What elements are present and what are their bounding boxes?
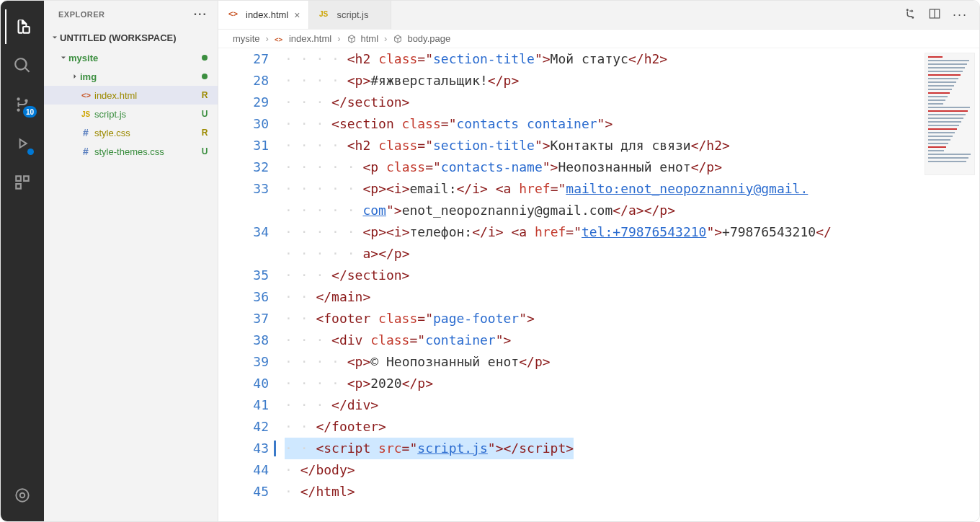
tab-actions: ··· xyxy=(892,1,979,29)
svg-point-0 xyxy=(16,489,28,501)
tab-bar: <>index.html×JSscript.js ··· xyxy=(218,1,979,30)
gutter: 27282930313233 34 3536373839404142434445 xyxy=(218,48,285,521)
code-line[interactable]: · · <script src="script.js"></script> xyxy=(285,438,922,459)
git-status: R xyxy=(199,90,210,100)
breadcrumb-segment[interactable]: <>index.html xyxy=(275,33,331,44)
code-line[interactable]: · · · · <h2 class="section-title">Мой ст… xyxy=(285,48,922,70)
code-line[interactable]: · · · · <p>2020</p> xyxy=(285,373,922,394)
code-line[interactable]: · · </footer> xyxy=(285,416,922,438)
tree-file[interactable]: #style.cssR xyxy=(44,123,218,142)
file-icon: # xyxy=(80,127,94,138)
svg-text:<>: <> xyxy=(228,9,238,18)
svg-text:<>: <> xyxy=(275,35,283,43)
chevron-right-icon: › xyxy=(384,33,387,44)
tree-folder[interactable]: mysite xyxy=(44,48,218,67)
search-icon xyxy=(13,56,32,75)
breadcrumb-segment[interactable]: mysite xyxy=(233,33,260,44)
file-icon: <> xyxy=(228,8,240,22)
files-icon xyxy=(13,17,32,36)
activity-bar: 10 xyxy=(1,1,44,521)
code-line[interactable]: · · · · <h2 class="section-title">Контак… xyxy=(285,135,922,156)
git-status: U xyxy=(199,146,210,156)
code-line[interactable]: · · · · <p>© Неопознанный енот</p> xyxy=(285,351,922,373)
extensions-icon xyxy=(13,173,32,192)
chevron-down-icon xyxy=(58,53,68,62)
code-line[interactable]: · · · · · <p><i>телефон:</i> <a href="te… xyxy=(285,221,922,243)
activity-search[interactable] xyxy=(5,48,40,83)
debug-dot-icon xyxy=(27,149,34,155)
sidebar-more-icon[interactable]: ··· xyxy=(194,8,208,21)
tab[interactable]: JSscript.js xyxy=(309,1,391,29)
sidebar-title: EXPLORER xyxy=(58,10,105,19)
activity-debug[interactable] xyxy=(5,126,40,161)
file-icon: JS xyxy=(80,108,94,120)
code-line[interactable]: · </body> xyxy=(285,459,922,481)
code-line[interactable]: · · <footer class="page-footer"> xyxy=(285,308,922,329)
tree-file[interactable]: <>index.htmlR xyxy=(44,86,218,105)
scm-badge: 10 xyxy=(23,106,37,118)
svg-text:JS: JS xyxy=(319,10,329,18)
code-line[interactable]: · · · <section class="contacts container… xyxy=(285,113,922,135)
code-line[interactable]: · · · · · a></p> xyxy=(285,243,922,265)
sidebar: EXPLORER ··· UNTITLED (WORKSPACE) mysite… xyxy=(44,1,218,521)
breadcrumbs[interactable]: mysite›<>index.html›html›body.page xyxy=(218,30,979,48)
code-line[interactable]: · · · · <p>#яжверстальщик!</p> xyxy=(285,70,922,92)
code-line[interactable]: · </html> xyxy=(285,481,922,503)
git-status: R xyxy=(199,128,210,138)
tab-label: index.html xyxy=(246,9,288,20)
file-tree: mysiteimg<>index.htmlRJSscript.jsU#style… xyxy=(44,47,218,162)
svg-text:#: # xyxy=(83,127,89,138)
code-line[interactable]: · · · <div class="container"> xyxy=(285,329,922,351)
breadcrumb-segment[interactable]: html xyxy=(347,33,379,44)
sidebar-root[interactable]: UNTITLED (WORKSPACE) xyxy=(44,28,218,47)
chevron-right-icon: › xyxy=(266,33,269,44)
code-lines[interactable]: · · · · <h2 class="section-title">Мой ст… xyxy=(285,48,922,521)
svg-point-1 xyxy=(20,493,25,498)
file-icon: # xyxy=(80,146,94,157)
code-line[interactable]: · · · </div> xyxy=(285,394,922,416)
code-line[interactable]: · · · </section> xyxy=(285,265,922,286)
breadcrumb-segment[interactable]: body.page xyxy=(393,33,450,44)
code-line[interactable]: · · </main> xyxy=(285,286,922,308)
file-icon: <> xyxy=(80,89,94,101)
activity-explorer[interactable] xyxy=(5,9,40,44)
editor-area: <>index.html×JSscript.js ··· mysite›<>in… xyxy=(218,1,979,521)
activity-bottom xyxy=(5,478,40,513)
activity-scm[interactable]: 10 xyxy=(5,87,40,122)
tree-file[interactable]: #style-themes.cssU xyxy=(44,142,218,161)
compare-icon[interactable] xyxy=(904,7,917,23)
file-icon: JS xyxy=(319,8,331,22)
activity-lens[interactable] xyxy=(5,478,40,513)
app-root: 10 EXPLORER ··· UNTITLED (WORKSPACE) mys… xyxy=(0,0,980,522)
chevron-right-icon: › xyxy=(337,33,340,44)
more-icon[interactable]: ··· xyxy=(953,7,968,22)
gitlens-icon xyxy=(13,486,32,505)
split-editor-icon[interactable] xyxy=(928,7,941,23)
activity-extensions[interactable] xyxy=(5,165,40,200)
code-line[interactable]: · · · · · <p><i>email:</i> <a href="mail… xyxy=(285,178,922,200)
chevron-right-icon xyxy=(70,72,80,81)
sidebar-header: EXPLORER ··· xyxy=(44,1,218,28)
code-line[interactable]: · · · </section> xyxy=(285,92,922,113)
tab[interactable]: <>index.html× xyxy=(218,1,309,29)
tab-label: script.js xyxy=(337,9,368,20)
close-icon[interactable]: × xyxy=(294,10,300,20)
tree-folder[interactable]: img xyxy=(44,67,218,86)
code-editor[interactable]: 27282930313233 34 3536373839404142434445… xyxy=(218,48,979,521)
chevron-down-icon xyxy=(50,33,60,42)
svg-text:<>: <> xyxy=(81,91,91,99)
code-line[interactable]: · · · · · com">enot_neopoznanniy@gmail.c… xyxy=(285,200,922,221)
svg-text:#: # xyxy=(83,146,89,157)
tree-file[interactable]: JSscript.jsU xyxy=(44,105,218,123)
status-dot-icon xyxy=(199,71,210,81)
code-line[interactable]: · · · · · <p class="contacts-name">Неопо… xyxy=(285,156,922,178)
minimap[interactable] xyxy=(925,53,975,175)
svg-text:JS: JS xyxy=(81,110,91,118)
git-status: U xyxy=(199,109,210,119)
status-dot-icon xyxy=(199,53,210,63)
